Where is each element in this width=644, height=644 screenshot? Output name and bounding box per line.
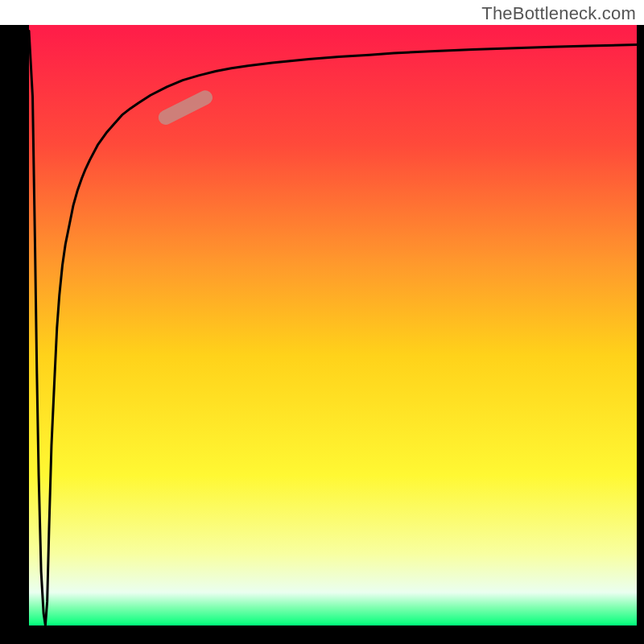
plot-background <box>29 25 637 625</box>
axis-right-frame <box>637 0 644 644</box>
axis-left-frame <box>0 0 29 644</box>
chart-svg <box>0 0 644 644</box>
chart-container: TheBottleneck.com <box>0 0 644 644</box>
axis-bottom-frame <box>0 625 644 644</box>
watermark: TheBottleneck.com <box>481 3 636 24</box>
